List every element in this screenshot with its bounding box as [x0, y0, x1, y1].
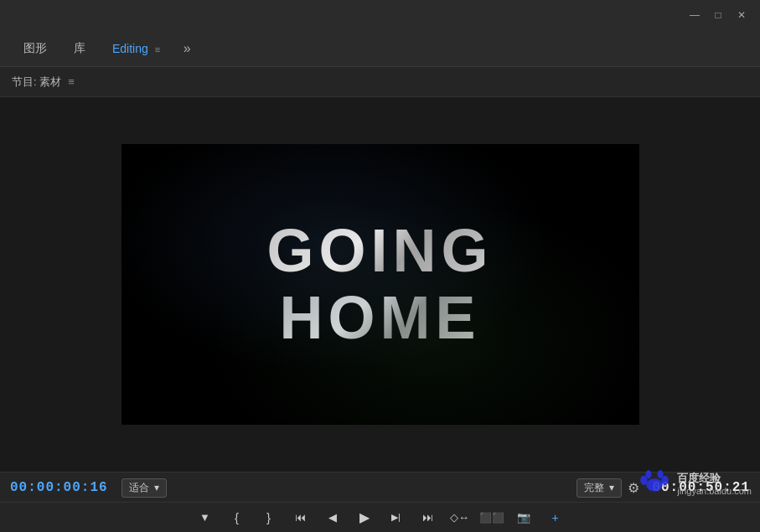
- prev-frame-button[interactable]: ◀: [319, 506, 346, 529]
- watermark: 百度经验 jingyan.baidu.com: [637, 468, 752, 498]
- playback-bar: ▼ { } ⏮ ◀ ▶ ▶| ⏭ ◇↔ ⬛⬛ 📷 +: [0, 502, 760, 532]
- edit-menu-icon: ≡: [155, 44, 160, 54]
- menu-item-library[interactable]: 库: [60, 36, 99, 61]
- first-frame-button[interactable]: ⏮: [287, 506, 314, 529]
- watermark-site: jingyan.baidu.com: [677, 486, 752, 496]
- menu-bar: 图形 库 Editing ≡ »: [0, 30, 760, 67]
- video-title: GOING HOME: [266, 218, 493, 350]
- maximize-button[interactable]: □: [706, 3, 730, 27]
- video-title-line1: GOING: [266, 218, 493, 284]
- export-frame-button[interactable]: 📷: [510, 506, 537, 529]
- fit-select[interactable]: 适合 ▾: [121, 478, 167, 498]
- menu-item-graphics[interactable]: 图形: [10, 36, 60, 61]
- extract-button[interactable]: ⬛⬛: [478, 506, 505, 529]
- video-title-line2: HOME: [266, 285, 493, 351]
- fit-chevron-icon: ▾: [154, 482, 159, 493]
- menu-item-editing[interactable]: Editing ≡: [99, 37, 173, 60]
- minimize-button[interactable]: —: [683, 3, 706, 27]
- in-point-button[interactable]: {: [224, 506, 251, 529]
- main-content: GOING HOME: [0, 97, 760, 472]
- title-bar: — □ ✕: [0, 0, 760, 30]
- out-point-button[interactable]: }: [256, 506, 282, 529]
- play-button[interactable]: ▶: [351, 506, 378, 529]
- last-frame-button[interactable]: ⏭: [415, 506, 442, 529]
- add-marker-button[interactable]: +: [542, 506, 569, 529]
- svg-point-0: [647, 478, 664, 491]
- close-button[interactable]: ✕: [730, 3, 753, 27]
- ripple-button[interactable]: ◇↔: [447, 506, 473, 529]
- fit-label: 适合: [129, 481, 149, 495]
- sub-header-menu-icon[interactable]: ≡: [68, 75, 75, 88]
- sub-header: 节目: 素材 ≡: [0, 67, 760, 97]
- video-preview: GOING HOME: [121, 144, 639, 425]
- sub-header-label: 节目: 素材: [12, 75, 61, 90]
- quality-label: 完整: [584, 481, 604, 495]
- mark-in-button[interactable]: ▼: [192, 506, 219, 529]
- svg-point-3: [646, 470, 652, 478]
- next-frame-button[interactable]: ▶|: [383, 506, 410, 529]
- more-menus-button[interactable]: »: [173, 37, 200, 60]
- baidu-jingyan-label: 百度经验: [677, 471, 752, 486]
- watermark-text-block: 百度经验 jingyan.baidu.com: [677, 471, 752, 496]
- quality-chevron-icon: ▾: [609, 482, 614, 493]
- quality-select[interactable]: 完整 ▾: [576, 478, 622, 498]
- baidu-logo: [637, 468, 672, 498]
- svg-point-4: [658, 470, 664, 478]
- timecode-left: 00:00:00:16: [10, 480, 108, 495]
